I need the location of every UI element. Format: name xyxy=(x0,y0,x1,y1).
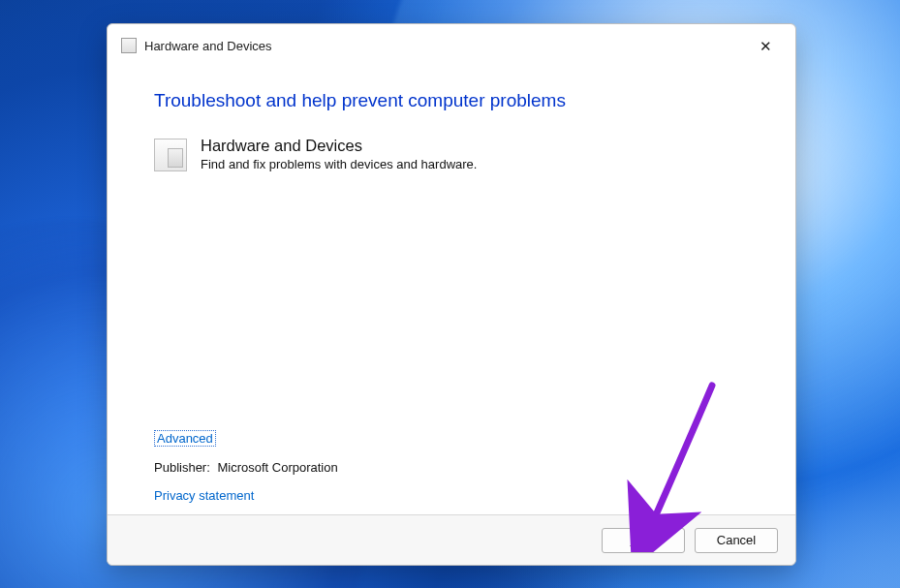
troubleshooter-dialog: Hardware and Devices ✕ Troubleshoot and … xyxy=(107,23,796,566)
item-title: Hardware and Devices xyxy=(201,137,477,155)
publisher-label: Publisher: xyxy=(154,460,210,475)
privacy-statement-link[interactable]: Privacy statement xyxy=(154,488,254,503)
dialog-content: Troubleshoot and help prevent computer p… xyxy=(108,67,795,514)
advanced-link[interactable]: Advanced xyxy=(154,430,216,447)
button-bar: Next Cancel xyxy=(108,514,795,565)
bottom-links: Advanced Publisher: Microsoft Corporatio… xyxy=(154,430,338,503)
next-button[interactable]: Next xyxy=(602,528,685,553)
window-title: Hardware and Devices xyxy=(144,39,272,53)
troubleshooter-item: Hardware and Devices Find and fix proble… xyxy=(154,137,757,171)
publisher-row: Publisher: Microsoft Corporation xyxy=(154,460,338,475)
page-heading: Troubleshoot and help prevent computer p… xyxy=(154,90,757,111)
publisher-value: Microsoft Corporation xyxy=(217,460,337,475)
app-icon xyxy=(121,38,137,53)
close-icon: ✕ xyxy=(760,39,772,53)
cancel-button[interactable]: Cancel xyxy=(695,528,778,553)
close-button[interactable]: ✕ xyxy=(743,31,788,60)
item-description: Find and fix problems with devices and h… xyxy=(201,157,477,171)
titlebar: Hardware and Devices ✕ xyxy=(108,24,795,67)
devices-icon xyxy=(154,139,187,171)
